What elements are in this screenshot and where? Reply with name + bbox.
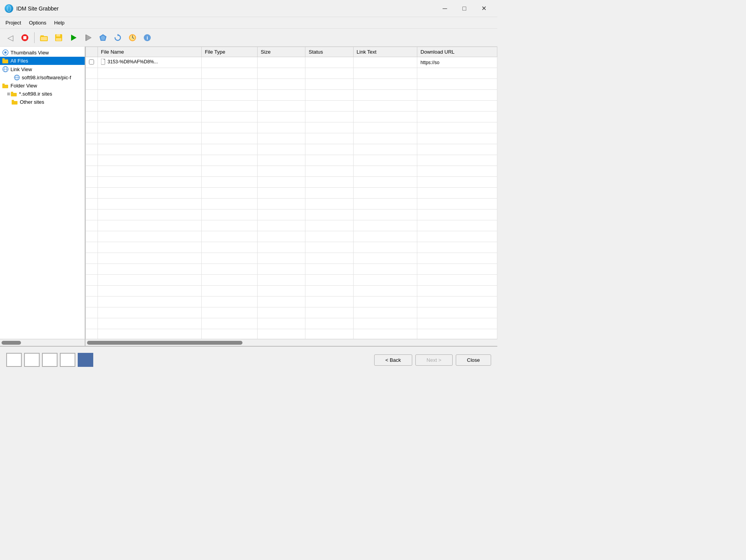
file-icon [101, 59, 106, 65]
back-button[interactable]: < Back [374, 354, 412, 366]
col-header-filetype: File Type [202, 47, 258, 57]
toolbar-sep1 [34, 32, 35, 43]
table-row-empty [86, 122, 497, 133]
table-row-empty [86, 155, 497, 166]
sidebar-item-folderview[interactable]: Folder View [0, 82, 85, 90]
thumbnails-label: Thumbnails View [10, 50, 49, 56]
toolbar-refresh[interactable] [111, 31, 125, 44]
svg-rect-6 [56, 34, 60, 37]
table-row-empty [86, 133, 497, 144]
table-row-empty [86, 112, 497, 122]
toolbar-schedule[interactable] [125, 31, 139, 44]
step-2[interactable] [24, 353, 40, 367]
toolbar-open[interactable] [37, 31, 51, 44]
toolbar-start[interactable] [66, 31, 80, 44]
table-row-empty [86, 318, 497, 329]
soft98-folder-icon [11, 91, 17, 97]
cell-size [258, 57, 305, 68]
next-button[interactable]: Next > [415, 354, 453, 366]
col-header-size: Size [258, 47, 305, 57]
menu-bar: Project Options Help [0, 17, 497, 29]
sidebar-item-thumbnails[interactable]: Thumbnails View [0, 48, 85, 57]
close-button[interactable]: Close [456, 354, 491, 366]
soft98-sites-label: *.soft98.ir sites [19, 91, 52, 97]
folder-open-icon [2, 58, 9, 64]
svg-rect-23 [2, 58, 5, 60]
table-row-empty [86, 166, 497, 177]
left-scroll-thumb[interactable] [2, 341, 21, 345]
scrollbar-row [0, 339, 497, 346]
svg-rect-33 [11, 92, 13, 93]
sidebar-item-soft98-sites[interactable]: ⊞ *.soft98.ir sites [0, 90, 85, 98]
toolbar-grab[interactable] [96, 31, 110, 44]
step-4[interactable] [60, 353, 75, 367]
toolbar-back[interactable]: ◁ [3, 31, 17, 44]
svg-rect-32 [11, 93, 17, 96]
other-sites-label: Other sites [20, 99, 44, 105]
sidebar-item-allfiles[interactable]: All Files [0, 57, 85, 65]
maximize-button[interactable]: □ [455, 3, 473, 14]
toolbar-stop[interactable] [18, 31, 32, 44]
svg-marker-8 [71, 35, 77, 41]
right-scrollbar[interactable] [85, 339, 497, 346]
table-row-empty [86, 297, 497, 307]
row-checkbox[interactable] [89, 59, 94, 65]
cell-filetype [202, 57, 258, 68]
table-row-empty [86, 253, 497, 264]
svg-rect-2 [40, 35, 44, 36]
menu-project[interactable]: Project [2, 19, 25, 27]
cell-download: https://so [417, 57, 497, 68]
svg-rect-22 [2, 59, 8, 63]
svg-rect-1 [23, 36, 26, 39]
table-row-empty [86, 220, 497, 231]
linkview-icon [2, 66, 9, 72]
step-3[interactable] [42, 353, 58, 367]
svg-rect-30 [2, 85, 8, 88]
menu-help[interactable]: Help [50, 19, 68, 27]
toolbar-queue[interactable] [81, 31, 95, 44]
table-row-empty [86, 90, 497, 101]
content-area: Thumbnails View All Files [0, 47, 497, 339]
sidebar-item-linkview[interactable]: Link View [0, 65, 85, 73]
expand-icon: ⊞ [7, 92, 10, 96]
col-header-status: Status [305, 47, 353, 57]
toolbar-save[interactable] [52, 31, 66, 44]
step-1[interactable] [6, 353, 22, 367]
col-header-checkbox [86, 47, 98, 57]
table-row-empty [86, 177, 497, 188]
eye-icon [2, 49, 9, 56]
right-scroll-thumb[interactable] [87, 341, 242, 345]
file-table: File Name File Type Size Status Link Tex… [85, 47, 497, 339]
svg-rect-4 [41, 37, 47, 40]
sidebar-item-link-url[interactable]: soft98.ir/software/pic-f [0, 73, 85, 82]
allfiles-label: All Files [10, 58, 28, 64]
menu-options[interactable]: Options [25, 19, 50, 27]
bottom-panel: < Back Next > Close [0, 346, 497, 373]
table-row-empty [86, 264, 497, 275]
table-row-empty [86, 199, 497, 209]
table-row-empty [86, 286, 497, 297]
step-5[interactable] [78, 353, 93, 367]
table-row-empty [86, 307, 497, 318]
svg-marker-9 [86, 35, 91, 41]
step-indicators [6, 353, 93, 367]
other-folder-icon [12, 99, 18, 105]
svg-text:i: i [146, 35, 148, 41]
folderview-icon [2, 83, 9, 89]
url-globe-icon [14, 75, 20, 80]
table-row-empty [86, 101, 497, 112]
left-panel: Thumbnails View All Files [0, 47, 85, 339]
table-row[interactable]: 3153-%D8%AF%D8%... https://so [86, 57, 497, 68]
col-header-filename: File Name [98, 47, 201, 57]
svg-rect-31 [2, 84, 5, 85]
toolbar-info[interactable]: i [140, 31, 154, 44]
left-scrollbar[interactable] [0, 339, 85, 346]
cell-status [305, 57, 353, 68]
col-header-linktext: Link Text [353, 47, 417, 57]
sidebar-item-other-sites[interactable]: Other sites [0, 98, 85, 106]
minimize-button[interactable]: ─ [436, 3, 454, 14]
close-window-button[interactable]: ✕ [475, 3, 493, 14]
svg-rect-7 [56, 38, 61, 41]
linkview-label: Link View [10, 66, 32, 72]
table-row-empty [86, 275, 497, 286]
